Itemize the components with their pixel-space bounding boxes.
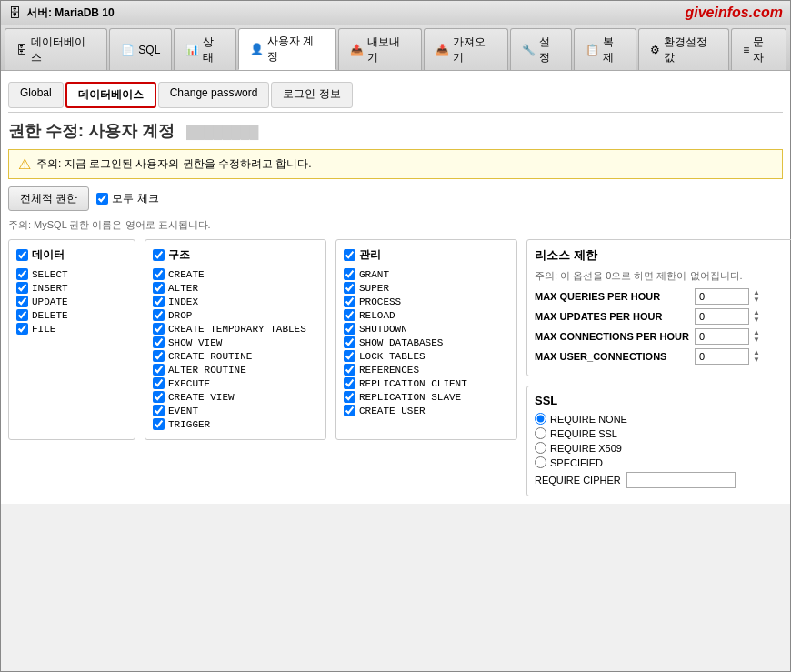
resource-row: MAX QUERIES PER HOUR▲▼ [535,288,791,305]
resource-input[interactable] [695,348,749,365]
check-all-checkbox[interactable] [96,193,108,205]
perm-item: CREATE USER [344,405,509,416]
tab-user[interactable]: 👤 사용자 계정 [238,28,336,70]
tab-settings[interactable]: 🔧 설정 [510,28,573,70]
perm-checkbox[interactable] [344,391,355,403]
status-tab-icon: 📊 [185,44,199,56]
ssl-title: SSL [535,394,791,407]
data-items: SELECTINSERTUPDATEDELETEFILE [16,268,127,335]
tab-database[interactable]: 🗄 데이터베이스 [5,28,107,70]
ssl-specified-radio[interactable] [535,456,546,468]
perm-checkbox[interactable] [16,268,28,280]
resource-input[interactable] [695,288,749,305]
perm-checkbox[interactable] [16,282,28,294]
subtab-database[interactable]: 데이터베이스 [65,82,156,108]
spinner-down[interactable]: ▼ [753,356,760,364]
perm-checkbox[interactable] [344,336,355,348]
all-permissions-button[interactable]: 전체적 권한 [8,186,89,211]
resource-input[interactable] [695,308,749,325]
perm-checkbox[interactable] [344,282,355,294]
main-tab-bar: 🗄 데이터베이스 📄 SQL 📊 상태 👤 사용자 계정 📤 내보내기 📥 가져… [1,25,790,71]
perm-checkbox[interactable] [153,309,165,321]
perm-checkbox[interactable] [344,377,355,389]
perm-checkbox[interactable] [153,268,165,280]
tab-char[interactable]: ≡ 문자 [731,28,786,70]
perm-checkbox[interactable] [16,296,28,307]
tab-import[interactable]: 📥 가져오기 [424,28,507,70]
main-window: 🗄 서버: MariaDB 10 giveinfos.com 🗄 데이터베이스 … [0,0,791,672]
resource-input[interactable] [695,328,749,345]
perm-checkbox[interactable] [344,268,355,280]
resource-limits-box: 리소스 제한 주의: 이 옵션을 0으로 하면 제한이 없어집니다. MAX Q… [526,239,791,376]
ssl-require-x509: REQUIRE X509 [535,442,791,454]
perm-checkbox[interactable] [153,350,165,362]
env-tab-icon: ⚙ [650,44,660,56]
perm-checkbox[interactable] [344,296,355,307]
perm-checkbox[interactable] [344,364,355,376]
perm-checkbox[interactable] [344,309,355,321]
structure-header: 구조 [153,247,318,263]
spinner-down[interactable]: ▼ [753,336,760,344]
ssl-cipher-input[interactable] [626,472,736,488]
perm-item: LOCK TABLES [344,350,509,362]
perm-checkbox[interactable] [153,418,165,430]
ssl-none-radio[interactable] [535,413,546,425]
perm-checkbox[interactable] [153,377,165,389]
perm-checkbox[interactable] [153,364,165,376]
import-tab-icon: 📥 [436,44,449,56]
perm-item: TRIGGER [153,418,318,430]
perm-checkbox[interactable] [344,323,355,335]
ssl-ssl-radio[interactable] [535,427,546,439]
admin-permissions-box: 관리 GRANTSUPERPROCESSRELOADSHUTDOWNSHOW D… [335,239,517,440]
perm-item: SHOW VIEW [153,336,318,348]
perm-item: UPDATE [16,296,127,307]
titlebar-title: 서버: MariaDB 10 [26,5,115,21]
perm-item: SHOW DATABASES [344,336,509,348]
toolbar: 전체적 권한 모두 체크 [8,186,783,211]
warning-icon: ⚠ [18,155,31,173]
admin-header: 관리 [344,247,509,263]
perm-checkbox[interactable] [344,350,355,362]
perm-item: PROCESS [344,296,509,307]
perm-item: REPLICATION SLAVE [344,391,509,403]
perm-item: RELOAD [344,309,509,321]
tab-export[interactable]: 📤 내보내기 [338,28,422,70]
perm-item: GRANT [344,268,509,280]
perm-checkbox[interactable] [153,323,165,335]
perm-checkbox[interactable] [16,323,28,335]
perm-checkbox[interactable] [153,296,165,307]
ssl-require-none: REQUIRE NONE [535,413,791,425]
perm-checkbox[interactable] [153,391,165,403]
tab-replicate[interactable]: 📋 복제 [574,28,636,70]
perm-item: REFERENCES [344,364,509,376]
content-area: Global 데이터베이스 Change password 로그인 정보 권한 … [1,71,790,504]
sub-tab-bar: Global 데이터베이스 Change password 로그인 정보 [8,78,783,113]
data-group-checkbox[interactable] [16,249,28,261]
structure-group-checkbox[interactable] [153,249,165,261]
perm-checkbox[interactable] [16,309,28,321]
perm-checkbox[interactable] [344,405,355,416]
admin-group-checkbox[interactable] [344,249,355,261]
tab-env[interactable]: ⚙ 환경설정값 [638,28,729,70]
perm-checkbox[interactable] [153,282,165,294]
subtab-login-info[interactable]: 로그인 정보 [271,82,352,108]
perm-checkbox[interactable] [153,405,165,416]
export-tab-icon: 📤 [350,44,364,56]
perm-item: SUPER [344,282,509,294]
replicate-tab-icon: 📋 [586,44,599,56]
perm-item: CREATE VIEW [153,391,318,403]
spinner-down[interactable]: ▼ [753,296,760,304]
sql-tab-icon: 📄 [121,44,135,56]
tab-status[interactable]: 📊 상태 [174,28,236,70]
spinner-down[interactable]: ▼ [753,316,760,324]
perm-item: ALTER [153,282,318,294]
ssl-cipher-label: REQUIRE CIPHER [535,475,621,486]
perm-item: EVENT [153,405,318,416]
perm-checkbox[interactable] [153,336,165,348]
ssl-x509-radio[interactable] [535,442,546,454]
subtab-global[interactable]: Global [8,82,64,108]
subtab-change-password[interactable]: Change password [158,82,270,108]
ssl-cipher-row: REQUIRE CIPHER [535,472,791,488]
tab-sql[interactable]: 📄 SQL [109,28,172,70]
titlebar-icon: 🗄 [8,5,21,20]
